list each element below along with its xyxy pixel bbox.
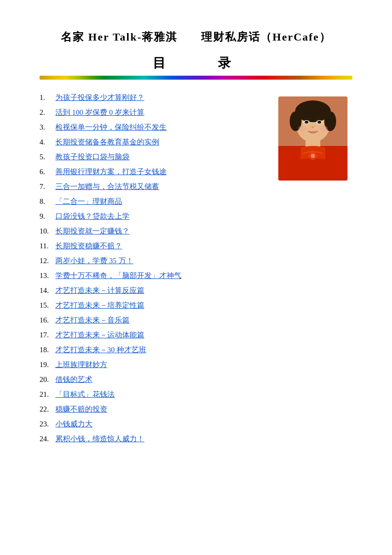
toc-item-number: 4.: [40, 136, 55, 148]
list-item: 23.小钱威力大: [40, 418, 263, 430]
list-item: 16.才艺打造未来－音乐篇: [40, 314, 263, 326]
toc-item-number: 12.: [40, 255, 55, 267]
toc-item-link[interactable]: 才艺打造未来－培养定性篇: [55, 299, 144, 311]
list-item: 13.学费十万不稀奇，「脑部开发」才神气: [40, 270, 263, 281]
svg-point-13: [319, 121, 321, 123]
toc-item-link[interactable]: 累积小钱，缔造惊人威力！: [55, 433, 144, 445]
list-item: 14.才艺打造未来－计算反应篇: [40, 284, 263, 296]
toc-item-number: 9.: [40, 210, 55, 222]
author-portrait: [278, 96, 348, 181]
svg-rect-18: [325, 147, 338, 181]
toc-item-number: 15.: [40, 299, 55, 311]
toc-item-link[interactable]: 小钱威力大: [55, 418, 92, 430]
toc-ordered-list: 1.为孩子投保多少才算刚好？2.活到 100 岁保费 0 岁来计算3.检视保单一…: [40, 92, 263, 445]
list-item: 24.累积小钱，缔造惊人威力！: [40, 433, 263, 445]
list-item: 12.两岁小娃，学费 35 万！: [40, 255, 263, 267]
list-item: 5.教孩子投资口袋与脑袋: [40, 151, 263, 163]
toc-item-number: 20.: [40, 373, 55, 385]
toc-item-number: 3.: [40, 121, 55, 133]
toc-item-link[interactable]: 「目标式」花钱法: [55, 388, 115, 400]
toc-item-link[interactable]: 长期投资稳赚不赔？: [55, 240, 122, 252]
toc-item-number: 13.: [40, 270, 55, 281]
toc-item-link[interactable]: 长期投资就一定赚钱？: [55, 225, 130, 237]
toc-item-number: 21.: [40, 388, 55, 400]
toc-item-number: 5.: [40, 151, 55, 163]
toc-item-link[interactable]: 才艺打造未来－计算反应篇: [55, 284, 144, 296]
toc-item-number: 11.: [40, 240, 55, 252]
toc-item-number: 7.: [40, 181, 55, 192]
list-item: 8.「二合一」理财商品: [40, 195, 263, 207]
toc-item-number: 19.: [40, 359, 55, 370]
page-title: 名家 Her Talk-蒋雅淇 理财私房话（HerCafe）: [40, 30, 352, 45]
toc-item-link[interactable]: 活到 100 岁保费 0 岁来计算: [55, 106, 144, 118]
svg-rect-17: [288, 147, 301, 181]
toc-item-link[interactable]: 借钱的艺术: [55, 373, 92, 385]
toc-item-link[interactable]: 口袋没钱？贷款去上学: [55, 210, 130, 222]
toc-item-number: 1.: [40, 92, 55, 103]
svg-point-15: [298, 126, 306, 132]
list-item: 6.善用银行理财方案，打造子女钱途: [40, 166, 263, 178]
toc-item-number: 22.: [40, 403, 55, 415]
list-item: 11.长期投资稳赚不赔？: [40, 240, 263, 252]
toc-item-number: 24.: [40, 433, 55, 445]
toc-item-number: 6.: [40, 166, 55, 178]
toc-item-number: 17.: [40, 329, 55, 341]
table-of-contents: 1.为孩子投保多少才算刚好？2.活到 100 岁保费 0 岁来计算3.检视保单一…: [40, 92, 273, 448]
toc-heading: 目 录: [40, 54, 352, 72]
list-item: 20.借钱的艺术: [40, 373, 263, 385]
list-item: 3.检视保单一分钟，保险纠纷不发生: [40, 121, 263, 133]
toc-item-link[interactable]: 两岁小娃，学费 35 万！: [55, 255, 133, 267]
toc-item-number: 14.: [40, 284, 55, 296]
toc-item-link[interactable]: 善用银行理财方案，打造子女钱途: [55, 166, 167, 178]
toc-item-link[interactable]: 「二合一」理财商品: [55, 195, 122, 207]
toc-item-link[interactable]: 三合一加赠与，合法节税又储蓄: [55, 181, 159, 192]
toc-item-link[interactable]: 才艺打造未来－运动体能篇: [55, 329, 144, 341]
toc-item-number: 10.: [40, 225, 55, 237]
list-item: 19.上班族理财妙方: [40, 359, 263, 370]
toc-item-link[interactable]: 才艺打造未来－30 种才艺班: [55, 344, 146, 356]
toc-item-number: 2.: [40, 106, 55, 118]
toc-item-link[interactable]: 教孩子投资口袋与脑袋: [55, 151, 130, 163]
decorative-divider: [40, 76, 352, 80]
list-item: 9.口袋没钱？贷款去上学: [40, 210, 263, 222]
content-area: 1.为孩子投保多少才算刚好？2.活到 100 岁保费 0 岁来计算3.检视保单一…: [40, 92, 352, 448]
toc-item-number: 8.: [40, 195, 55, 207]
list-item: 7.三合一加赠与，合法节税又储蓄: [40, 181, 263, 192]
toc-item-link[interactable]: 检视保单一分钟，保险纠纷不发生: [55, 121, 167, 133]
svg-point-20: [311, 154, 315, 158]
list-item: 18.才艺打造未来－30 种才艺班: [40, 344, 263, 356]
list-item: 22.稳赚不赔的投资: [40, 403, 263, 415]
toc-item-link[interactable]: 上班族理财妙方: [55, 359, 107, 370]
toc-item-link[interactable]: 学费十万不稀奇，「脑部开发」才神气: [55, 270, 181, 281]
list-item: 17.才艺打造未来－运动体能篇: [40, 329, 263, 341]
list-item: 15.才艺打造未来－培养定性篇: [40, 299, 263, 311]
svg-point-16: [320, 126, 328, 132]
list-item: 10.长期投资就一定赚钱？: [40, 225, 263, 237]
portrait-area: [273, 92, 352, 181]
toc-item-number: 18.: [40, 344, 55, 356]
toc-item-number: 16.: [40, 314, 55, 326]
toc-item-link[interactable]: 稳赚不赔的投资: [55, 403, 107, 415]
svg-rect-7: [295, 111, 331, 119]
list-item: 21.「目标式」花钱法: [40, 388, 263, 400]
toc-item-link[interactable]: 长期投资储备各教育基金的实例: [55, 136, 159, 148]
toc-item-number: 23.: [40, 418, 55, 430]
page-header: 名家 Her Talk-蒋雅淇 理财私房话（HerCafe）: [40, 30, 352, 45]
list-item: 1.为孩子投保多少才算刚好？: [40, 92, 263, 103]
toc-item-link[interactable]: 才艺打造未来－音乐篇: [55, 314, 130, 326]
svg-point-12: [306, 121, 308, 123]
list-item: 4.长期投资储备各教育基金的实例: [40, 136, 263, 148]
list-item: 2.活到 100 岁保费 0 岁来计算: [40, 106, 263, 118]
toc-item-link[interactable]: 为孩子投保多少才算刚好？: [55, 92, 144, 103]
svg-point-14: [311, 126, 314, 128]
